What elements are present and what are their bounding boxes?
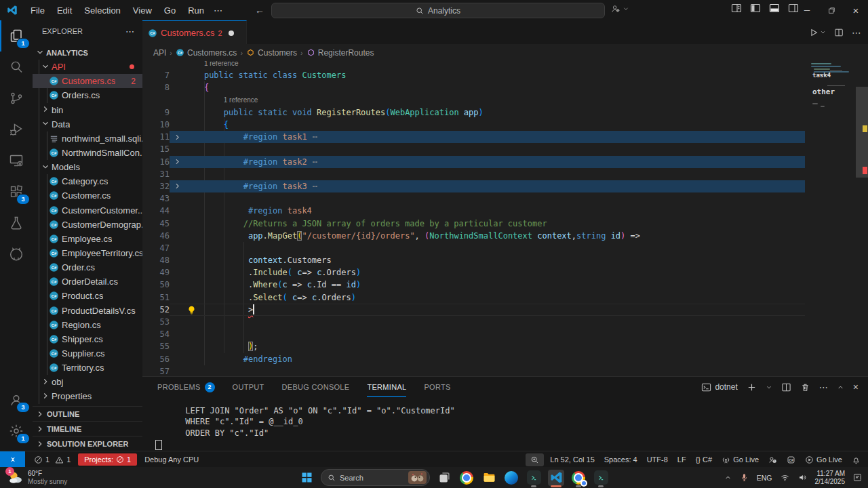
- notification-center-icon[interactable]: [852, 472, 863, 483]
- remote-indicator[interactable]: [0, 451, 25, 468]
- taskbar-search-box[interactable]: Search: [321, 469, 430, 486]
- panel-tab-debug-console[interactable]: DEBUG CONSOLE: [282, 377, 350, 397]
- run-button[interactable]: [809, 28, 826, 37]
- tree-item-data[interactable]: Data: [33, 117, 142, 131]
- code-line-56[interactable]: 56 #endregion: [142, 353, 868, 365]
- minimize-button[interactable]: ─: [795, 0, 819, 20]
- speaker-icon[interactable]: [797, 472, 808, 483]
- status-bell[interactable]: [848, 451, 864, 468]
- taskbar-file-explorer-button[interactable]: [481, 470, 497, 486]
- code-line-51[interactable]: 51 .Select( c=> c.Orders): [142, 291, 868, 304]
- status-utf-8[interactable]: UTF-8: [644, 451, 671, 468]
- tree-item-orderdetail-cs[interactable]: C#OrderDetail.cs: [33, 274, 142, 289]
- tray-chevron-up-icon[interactable]: [724, 472, 732, 483]
- taskbar-task-view-button[interactable]: [436, 470, 452, 486]
- editor-more-icon[interactable]: ⋯: [852, 27, 861, 38]
- split-terminal-icon[interactable]: [781, 382, 791, 392]
- code-line-44[interactable]: 44 #region task4: [142, 205, 868, 217]
- command-center-search[interactable]: Analytics: [271, 3, 605, 18]
- taskbar-edge-button[interactable]: [503, 470, 519, 486]
- sidebar-item-source-control[interactable]: [0, 83, 33, 114]
- close-button[interactable]: ×: [844, 0, 868, 20]
- code-line-52[interactable]: 52 >: [142, 304, 868, 316]
- build-configuration[interactable]: Debug Any CPU: [141, 451, 202, 468]
- code-line-16[interactable]: 16 #region task2⋯: [142, 156, 868, 168]
- restore-button[interactable]: [819, 0, 844, 20]
- tree-item-product-cs[interactable]: C#Product.cs: [33, 289, 142, 303]
- code-line-54[interactable]: 54: [142, 328, 868, 340]
- section-timeline[interactable]: TIMELINE: [33, 421, 142, 436]
- tree-item-territory-cs[interactable]: C#Territory.cs: [33, 361, 142, 375]
- customize-layout-icon[interactable]: [731, 3, 742, 14]
- code-line-8[interactable]: 8 {: [142, 81, 868, 94]
- sidebar-item-accounts[interactable]: 3: [0, 384, 33, 415]
- sidebar-item-extensions[interactable]: 3: [0, 176, 33, 207]
- code-line-53[interactable]: 53: [142, 316, 868, 328]
- tree-item-customercustomer-[interactable]: C#CustomerCustomer...: [33, 203, 142, 218]
- fold-chevron-icon[interactable]: [170, 157, 184, 166]
- status-people[interactable]: !: [765, 451, 781, 468]
- taskbar-start-button[interactable]: [298, 470, 315, 486]
- weather-widget[interactable]: 1 60°F Mostly sunny: [7, 469, 67, 486]
- accounts-menu[interactable]: !: [610, 3, 629, 14]
- lightbulb-icon[interactable]: [187, 305, 196, 317]
- wifi-icon[interactable]: [780, 472, 790, 483]
- tree-item-supplier-cs[interactable]: C#Supplier.cs: [33, 346, 142, 361]
- code-line-48[interactable]: 48 context.Customers: [142, 254, 868, 266]
- fold-chevron-icon[interactable]: [170, 182, 184, 190]
- tree-item-bin[interactable]: bin: [33, 103, 142, 117]
- status-play-circle[interactable]: Go Live: [802, 451, 846, 468]
- sidebar-item-explorer[interactable]: 1: [0, 20, 33, 52]
- taskbar-dev-app-button[interactable]: [526, 470, 542, 486]
- taskbar-dev-app-2-button[interactable]: [593, 470, 609, 486]
- sidebar-item-github[interactable]: [0, 239, 33, 270]
- tree-item-obj[interactable]: obj: [33, 375, 142, 389]
- section-solution-explorer[interactable]: SOLUTION EXPLORER: [33, 436, 142, 451]
- back-icon[interactable]: ←: [255, 5, 264, 16]
- menu-run[interactable]: Run: [182, 4, 210, 17]
- panel-tab-problems[interactable]: PROBLEMS2: [157, 377, 215, 397]
- tree-item-analytics[interactable]: ANALYTICS: [33, 45, 142, 60]
- menu-selection[interactable]: Selection: [79, 4, 125, 17]
- new-terminal-icon[interactable]: [747, 382, 757, 392]
- code-line-9[interactable]: 9 public static void RegisterRoutes(WebA…: [142, 106, 868, 119]
- launch-profile-chevron-icon[interactable]: [766, 382, 772, 392]
- editor-scrollbar[interactable]: [856, 61, 868, 376]
- tree-item-northwindsmallcon-[interactable]: C#NorthwindSmallCon...: [33, 146, 142, 160]
- section-outline[interactable]: OUTLINE: [33, 406, 142, 421]
- sidebar-item-run-debug[interactable]: [0, 114, 33, 145]
- terminal-shell-item[interactable]: dotnet: [701, 382, 737, 392]
- menu-view[interactable]: View: [127, 4, 157, 17]
- scrollbar-thumb[interactable]: [856, 87, 868, 178]
- sidebar-item-remote-explorer[interactable]: [0, 145, 33, 176]
- breadcrumb-item-registerroutes[interactable]: RegisterRoutes: [307, 48, 374, 58]
- code-line-32[interactable]: 32 #region task3⋯: [142, 180, 868, 192]
- tree-item-employeeterritory-cs[interactable]: C#EmployeeTerritory.cs: [33, 246, 142, 260]
- code-editor[interactable]: 1 reference7 public static class Custome…: [142, 61, 868, 376]
- sidebar-item-settings[interactable]: 1: [0, 415, 33, 447]
- code-line-7[interactable]: 7 public static class Customers: [142, 69, 868, 81]
- menu-more[interactable]: ⋯: [210, 4, 226, 17]
- code-line-50[interactable]: 50 .Where(c => c.Id == id): [142, 279, 868, 291]
- tree-item-api[interactable]: API: [33, 60, 142, 74]
- panel-tab-terminal[interactable]: TERMINAL: [367, 377, 406, 397]
- tree-item-northwind-small-sqli-[interactable]: northwind_small.sqli...: [33, 131, 142, 146]
- tree-item-region-cs[interactable]: C#Region.cs: [33, 318, 142, 332]
- taskbar-vscode-button[interactable]: [548, 470, 564, 486]
- maximize-panel-icon[interactable]: [837, 382, 844, 392]
- status-spaces-4[interactable]: Spaces: 4: [601, 451, 641, 468]
- toggle-panel-icon[interactable]: [769, 3, 780, 14]
- toggle-sidebar-icon[interactable]: [750, 3, 761, 14]
- breadcrumb-item-customers.cs[interactable]: C#Customers.cs: [176, 48, 237, 58]
- panel-tab-ports[interactable]: PORTS: [424, 377, 450, 397]
- tree-item-models[interactable]: Models: [33, 160, 142, 174]
- sidebar-item-testing[interactable]: [0, 207, 33, 239]
- microphone-icon[interactable]: [739, 472, 749, 483]
- language-indicator[interactable]: ENG: [757, 474, 772, 482]
- status-ln-52-col-15[interactable]: Ln 52, Col 15: [547, 451, 597, 468]
- code-line-49[interactable]: 49 .Include( c=> c.Orders): [142, 266, 868, 279]
- menu-go[interactable]: Go: [159, 4, 181, 17]
- tree-item-order-cs[interactable]: C#Order.cs: [33, 260, 142, 274]
- status--c-[interactable]: {} C#: [692, 451, 715, 468]
- tree-item-productdetailsv-cs[interactable]: C#ProductDetailsV.cs: [33, 304, 142, 318]
